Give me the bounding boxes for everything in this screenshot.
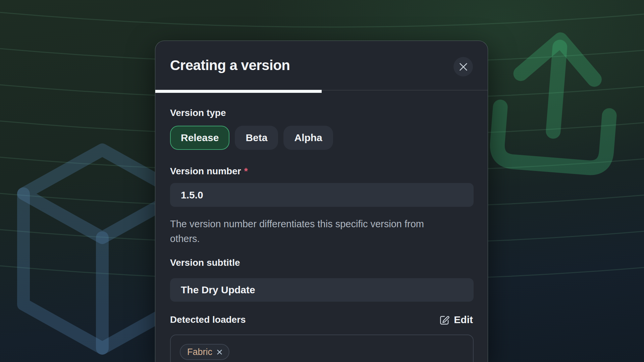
- beta-button[interactable]: Beta: [235, 126, 278, 150]
- version-type-label: Version type: [170, 108, 226, 118]
- loader-chip-label: Fabric: [187, 347, 212, 357]
- version-number-label: Version number*: [170, 166, 248, 177]
- version-subtitle-input[interactable]: [170, 278, 474, 302]
- version-number-input[interactable]: [170, 183, 474, 207]
- dialog-title: Creating a version: [170, 57, 290, 73]
- alpha-button[interactable]: Alpha: [283, 126, 333, 150]
- create-version-dialog: Creating a version Version type Release …: [155, 41, 488, 362]
- x-icon: [217, 349, 222, 355]
- release-button[interactable]: Release: [170, 126, 229, 150]
- required-asterisk: *: [244, 166, 248, 176]
- version-subtitle-label: Version subtitle: [170, 257, 240, 268]
- version-number-label-text: Version number: [170, 166, 241, 176]
- detected-loaders-box: Fabric: [170, 335, 474, 362]
- version-type-options: Release Beta Alpha: [170, 126, 333, 150]
- version-number-help: The version number differentiates this s…: [170, 217, 453, 246]
- close-icon: [459, 62, 468, 71]
- edit-button[interactable]: Edit: [439, 314, 473, 325]
- page-background: { "background": { "decor_icons": ["conto…: [0, 0, 644, 362]
- edit-button-label: Edit: [454, 314, 473, 325]
- close-button[interactable]: [453, 57, 473, 76]
- progress-fill: [155, 90, 322, 93]
- detected-loaders-header: Detected loaders Edit: [170, 314, 473, 325]
- upload-arrow-icon: [496, 36, 615, 169]
- detected-loaders-label: Detected loaders: [170, 314, 246, 325]
- remove-loader-button[interactable]: [216, 349, 223, 356]
- loader-chip-fabric: Fabric: [180, 344, 229, 360]
- pencil-square-icon: [439, 315, 449, 325]
